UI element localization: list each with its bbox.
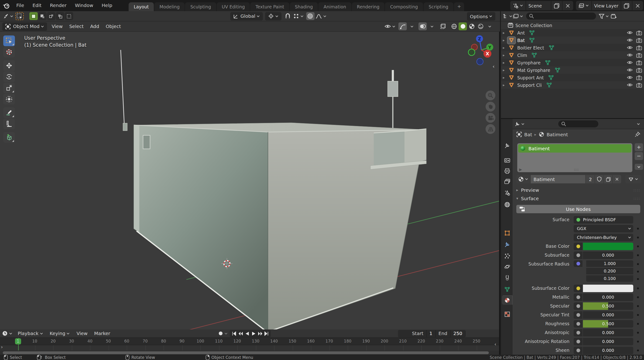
object-label[interactable]: Gyrophare bbox=[517, 60, 540, 65]
value-slider[interactable]: 0.000 bbox=[583, 293, 633, 301]
object-label[interactable]: Clim bbox=[517, 53, 527, 58]
vector-value-field[interactable]: 1.000 bbox=[586, 260, 633, 267]
menu-file[interactable]: File bbox=[12, 0, 28, 11]
socket-toggle[interactable] bbox=[574, 320, 582, 327]
workspace-tab-animation[interactable]: Animation bbox=[318, 2, 351, 11]
proportional-falloff-dropdown[interactable] bbox=[316, 12, 327, 20]
pivot-point-dropdown[interactable] bbox=[265, 12, 282, 20]
expand-arrow[interactable]: ▸ bbox=[503, 31, 508, 35]
show-gizmo-toggle-icon[interactable] bbox=[398, 22, 407, 30]
scene-unlink-icon[interactable] bbox=[562, 1, 573, 10]
disable-in-renders-icon[interactable] bbox=[636, 30, 642, 35]
select-ggx[interactable]: GGX bbox=[574, 225, 633, 232]
timeline-tracks[interactable] bbox=[0, 345, 499, 350]
expand-arrow[interactable]: ▸ bbox=[503, 53, 508, 57]
remove-slot-button[interactable]: − bbox=[635, 152, 643, 160]
tool-select-box-button[interactable] bbox=[3, 36, 15, 46]
use-nodes-button[interactable]: Use Nodes bbox=[516, 205, 640, 213]
tool-move-button[interactable] bbox=[3, 60, 15, 71]
disable-in-renders-icon[interactable] bbox=[636, 38, 642, 43]
animate-dot[interactable] bbox=[637, 245, 639, 247]
current-frame-line[interactable] bbox=[18, 338, 19, 350]
antenna-object[interactable] bbox=[121, 50, 127, 131]
slot-specials-button[interactable] bbox=[635, 164, 643, 170]
material-slot-list[interactable]: Batiment ▶ :::: bbox=[517, 143, 632, 172]
tab-tool-icon[interactable] bbox=[502, 141, 512, 150]
timeline-scrollbar[interactable] bbox=[0, 350, 499, 355]
scene-name[interactable]: Scene bbox=[526, 1, 551, 10]
add-workspace-button[interactable]: + bbox=[454, 2, 464, 11]
shading-solid-icon[interactable] bbox=[458, 22, 467, 30]
shading-wireframe-icon[interactable] bbox=[450, 22, 458, 30]
tool-add-cube-button[interactable] bbox=[3, 132, 15, 143]
preview-panel-header[interactable]: ▸ Preview :::: bbox=[512, 186, 644, 194]
expand-arrow[interactable]: ▸ bbox=[503, 75, 508, 80]
hide-in-viewport-icon[interactable] bbox=[627, 68, 633, 72]
prev-keyframe-button[interactable] bbox=[237, 330, 244, 337]
workspace-tab-compositing[interactable]: Compositing bbox=[385, 2, 423, 11]
workspace-tab-layout[interactable]: Layout bbox=[128, 2, 154, 11]
proportional-editing-toggle-icon[interactable] bbox=[306, 12, 314, 20]
outliner-filter-icon[interactable] bbox=[599, 12, 609, 20]
menu-edit[interactable]: Edit bbox=[28, 0, 46, 11]
outliner-search-input[interactable] bbox=[526, 13, 596, 20]
tab-object-data-icon[interactable] bbox=[502, 285, 512, 294]
shading-material-icon[interactable] bbox=[468, 22, 476, 30]
slot-list-grip[interactable]: :::: bbox=[574, 167, 579, 172]
navigation-gizmo[interactable]: Z Y X bbox=[467, 33, 500, 66]
end-value[interactable]: 250 bbox=[450, 330, 466, 337]
hide-in-viewport-icon[interactable] bbox=[627, 83, 633, 87]
animate-dot[interactable] bbox=[637, 237, 639, 238]
tab-texture-icon[interactable] bbox=[502, 309, 512, 319]
socket-toggle[interactable] bbox=[574, 329, 582, 336]
value-slider[interactable]: 0.000 bbox=[583, 338, 633, 345]
select-christensen-burley[interactable]: Christensen-Burley bbox=[574, 234, 633, 241]
socket-toggle[interactable] bbox=[574, 285, 582, 292]
animate-dot[interactable] bbox=[637, 323, 639, 325]
select-mode-intersect-icon[interactable] bbox=[65, 12, 73, 20]
surface-panel-header[interactable]: ▾ Surface :::: bbox=[512, 195, 644, 202]
animate-dot[interactable] bbox=[637, 228, 639, 230]
material-name-field[interactable]: Batiment bbox=[531, 175, 586, 184]
object-label[interactable]: Bat bbox=[517, 38, 525, 43]
select-mode-subtract-icon[interactable] bbox=[47, 12, 56, 20]
sidebar-toggle-arrow[interactable]: ‹ bbox=[492, 63, 495, 70]
tab-physics-icon[interactable] bbox=[502, 262, 512, 271]
value-slider[interactable]: 0.000 bbox=[583, 252, 633, 259]
3d-viewport[interactable]: User Perspective (1) Scene Collection | … bbox=[0, 32, 500, 329]
expand-arrow[interactable]: ▸ bbox=[503, 46, 508, 50]
hide-in-viewport-icon[interactable] bbox=[627, 38, 633, 43]
animate-dot[interactable] bbox=[637, 332, 639, 334]
menu-window[interactable]: Window bbox=[70, 0, 98, 11]
tab-modifiers-icon[interactable] bbox=[502, 240, 512, 249]
material-link-dropdown[interactable] bbox=[625, 175, 641, 184]
outliner-row-bat[interactable]: ▸Bat bbox=[501, 36, 644, 44]
tab-constraints-icon[interactable] bbox=[502, 273, 512, 283]
start-value[interactable]: 1 bbox=[426, 330, 436, 337]
disable-in-renders-icon[interactable] bbox=[636, 67, 642, 73]
tool-scale-button[interactable] bbox=[3, 83, 15, 93]
pan-button[interactable] bbox=[486, 102, 495, 111]
properties-search-input[interactable] bbox=[558, 120, 598, 127]
object-label[interactable]: Mat Gyrophare bbox=[517, 67, 550, 73]
copy-material-icon[interactable] bbox=[604, 175, 612, 184]
outliner-editor-type-icon[interactable] bbox=[502, 12, 512, 20]
expand-arrow[interactable]: ▸ bbox=[503, 60, 508, 65]
tab-world-icon[interactable] bbox=[502, 200, 512, 209]
show-overlays-toggle-icon[interactable] bbox=[418, 22, 427, 30]
animate-dot[interactable] bbox=[637, 296, 639, 298]
timeline-editor-type-icon[interactable] bbox=[2, 329, 12, 337]
select-mode-extend-icon[interactable] bbox=[38, 12, 46, 20]
disable-in-renders-icon[interactable] bbox=[636, 60, 642, 65]
view-layer-new-icon[interactable] bbox=[621, 1, 632, 10]
tool-box-select-indicator[interactable] bbox=[16, 12, 24, 20]
options-dropdown[interactable]: Options bbox=[467, 12, 495, 21]
hide-in-viewport-icon[interactable] bbox=[627, 45, 633, 50]
tab-view-layer-icon[interactable] bbox=[502, 176, 512, 186]
timeline-scrollbar-thumb[interactable] bbox=[3, 351, 489, 354]
color-swatch[interactable] bbox=[583, 285, 633, 292]
tab-render-icon[interactable] bbox=[502, 155, 512, 165]
blender-logo-icon[interactable] bbox=[0, 0, 12, 11]
xray-toggle-icon[interactable] bbox=[438, 22, 447, 30]
ortho-perspective-button[interactable] bbox=[486, 124, 495, 134]
